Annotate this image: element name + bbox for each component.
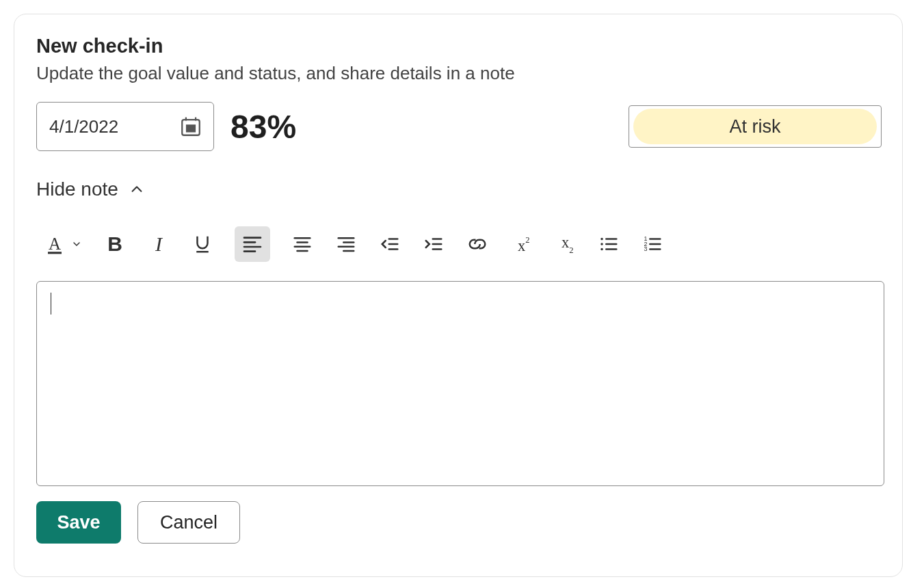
align-center-icon: [292, 234, 313, 254]
svg-point-29: [600, 238, 603, 241]
numbered-list-icon: 1 2 3: [642, 234, 663, 254]
align-right-button[interactable]: [334, 232, 358, 256]
svg-point-30: [600, 243, 603, 245]
svg-text:3: 3: [644, 245, 648, 252]
svg-rect-5: [48, 252, 62, 254]
cancel-button[interactable]: Cancel: [137, 501, 240, 544]
outdent-icon: [380, 234, 400, 254]
superscript-button[interactable]: x 2: [510, 232, 533, 256]
card-subtitle: Update the goal value and status, and sh…: [36, 63, 882, 84]
align-right-icon: [336, 234, 356, 254]
align-left-button[interactable]: [235, 226, 270, 262]
link-icon: [466, 234, 489, 254]
calendar-icon[interactable]: [179, 115, 202, 138]
card-title: New check-in: [36, 35, 882, 57]
chevron-up-icon: [129, 182, 144, 197]
subscript-icon: x 2: [555, 234, 575, 254]
svg-text:x: x: [562, 234, 569, 251]
superscript-icon: x 2: [511, 234, 531, 254]
date-input[interactable]: 4/1/2022: [36, 102, 214, 151]
svg-rect-1: [186, 124, 196, 132]
link-button[interactable]: [466, 232, 489, 256]
font-color-group[interactable]: A: [43, 232, 83, 256]
underline-button[interactable]: [191, 232, 214, 256]
bulleted-list-icon: [598, 234, 619, 254]
save-button[interactable]: Save: [36, 501, 121, 544]
bulleted-list-button[interactable]: [597, 232, 620, 256]
indent-button[interactable]: [422, 232, 445, 256]
checkin-card: New check-in Update the goal value and s…: [14, 14, 903, 577]
action-row: Save Cancel: [36, 501, 882, 544]
note-textarea[interactable]: [36, 281, 884, 486]
italic-button[interactable]: I: [147, 232, 170, 256]
note-toggle-label: Hide note: [36, 178, 118, 200]
svg-text:2: 2: [569, 245, 573, 255]
date-value: 4/1/2022: [49, 116, 118, 137]
editor-toolbar: A B I: [36, 226, 882, 262]
bold-icon: B: [107, 232, 122, 256]
note-toggle[interactable]: Hide note: [36, 178, 144, 200]
svg-text:A: A: [49, 235, 61, 253]
chevron-down-icon: [70, 232, 83, 256]
text-cursor: [51, 293, 51, 315]
svg-text:x: x: [518, 237, 525, 254]
outdent-button[interactable]: [378, 232, 401, 256]
indent-icon: [423, 234, 444, 254]
italic-icon: I: [155, 232, 162, 256]
align-left-icon: [241, 233, 263, 255]
bold-button[interactable]: B: [103, 232, 127, 256]
subscript-button[interactable]: x 2: [553, 232, 577, 256]
numbered-list-button[interactable]: 1 2 3: [641, 232, 664, 256]
svg-text:2: 2: [525, 235, 529, 245]
value-row: 4/1/2022 83% At risk: [36, 102, 882, 151]
underline-icon: [192, 234, 213, 254]
font-color-icon: A: [43, 232, 66, 256]
goal-value: 83%: [230, 108, 296, 146]
status-pill: At risk: [633, 109, 877, 144]
status-select[interactable]: At risk: [629, 105, 882, 148]
align-center-button[interactable]: [291, 232, 314, 256]
svg-point-31: [600, 248, 603, 251]
